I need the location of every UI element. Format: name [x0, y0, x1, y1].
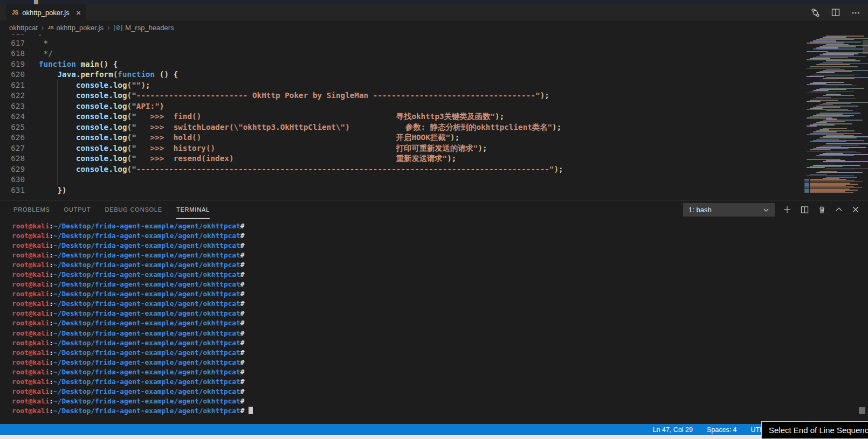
terminal-prompt-line: root@kali:~/Desktop/frida-agent-example/… [12, 270, 868, 280]
line-number[interactable]: 627 [0, 143, 25, 154]
chevron-right-icon: › [42, 23, 44, 32]
terminal-prompt-line: root@kali:~/Desktop/frida-agent-example/… [12, 358, 868, 367]
breadcrumb-file[interactable]: JS okhttp_poker.js [47, 24, 103, 32]
tab-output[interactable]: OUTPUT [64, 200, 91, 219]
line-number[interactable]: 620 [0, 69, 25, 80]
terminal-prompt-line: root@kali:~/Desktop/frida-agent-example/… [12, 367, 868, 377]
code-line[interactable]: 621 console.log(""); [0, 80, 868, 91]
panel-header: PROBLEMS OUTPUT DEBUG CONSOLE TERMINAL 1… [0, 200, 868, 219]
code-editor[interactable]: 616/*617 *618 */619function main() {620 … [0, 34, 868, 200]
editor-actions: ⋯ [811, 4, 860, 20]
code-line[interactable]: 620 Java.perform(function () { [0, 69, 868, 80]
minimap[interactable] [802, 34, 863, 196]
terminal-shell-select[interactable]: 1: bash [683, 203, 775, 217]
eol-sequence-tooltip: Select End of Line Sequence [761, 421, 868, 439]
terminal-prompt-line: root@kali:~/Desktop/frida-agent-example/… [12, 280, 868, 289]
tab-okhttp-poker-js[interactable]: JS okhttp_poker.js × [6, 4, 86, 20]
window-top-strip [0, 0, 868, 4]
code-line[interactable]: 619function main() { [0, 59, 868, 70]
line-number[interactable]: 629 [0, 164, 25, 175]
terminal-prompt-line: root@kali:~/Desktop/frida-agent-example/… [12, 348, 868, 358]
breadcrumb-label: M_rsp_headers [125, 24, 174, 32]
code-line[interactable]: 626 console.log(" >>> hold() 开启HOOK拦截"); [0, 133, 868, 143]
line-number[interactable]: 624 [0, 112, 25, 122]
chevron-right-icon: › [107, 23, 110, 32]
line-number[interactable]: 630 [0, 175, 25, 185]
title-bar-icon-fragment [36, 0, 38, 4]
code-lines: 616/*617 *618 */619function main() {620 … [0, 34, 868, 196]
terminal-prompt-line: root@kali:~/Desktop/frida-agent-example/… [12, 406, 868, 416]
line-number[interactable]: 631 [0, 185, 25, 196]
split-terminal-icon[interactable] [801, 206, 809, 214]
code-line[interactable]: 628 console.log(" >>> resend(index) 重新发送… [0, 154, 868, 164]
code-line[interactable]: 625 console.log(" >>> switchLoader(\"okh… [0, 122, 868, 133]
indent-guide [57, 90, 58, 101]
breadcrumb-symbol[interactable]: [⊘] M_rsp_headers [114, 24, 174, 32]
line-number[interactable]: 622 [0, 90, 25, 101]
code-line[interactable]: 624 console.log(" >>> find() 寻找okhttp3关键… [0, 112, 868, 122]
indent-guide [57, 101, 58, 112]
kill-terminal-trash-icon[interactable] [818, 206, 826, 214]
terminal-prompt-line: root@kali:~/Desktop/frida-agent-example/… [12, 289, 868, 299]
code-line[interactable]: 617 * [0, 38, 868, 49]
status-indentation[interactable]: Spaces: 4 [707, 426, 737, 434]
line-number[interactable]: 623 [0, 101, 25, 112]
status-line-col[interactable]: Ln 47, Col 29 [653, 426, 693, 434]
terminal-prompt-line: root@kali:~/Desktop/frida-agent-example/… [12, 329, 868, 338]
code-line[interactable]: 630 [0, 175, 868, 185]
bottom-edge-strip [0, 435, 868, 439]
open-changes-icon[interactable] [811, 8, 820, 17]
terminal-cursor [249, 407, 253, 414]
terminal-prompt-line: root@kali:~/Desktop/frida-agent-example/… [12, 221, 868, 231]
tab-debug-console[interactable]: DEBUG CONSOLE [105, 200, 162, 219]
new-terminal-icon[interactable] [783, 205, 791, 214]
terminal-prompt-line: root@kali:~/Desktop/frida-agent-example/… [12, 318, 868, 328]
terminal-prompt-line: root@kali:~/Desktop/frida-agent-example/… [12, 387, 868, 396]
symbol-method-icon: [⊘] [114, 24, 123, 31]
line-number[interactable]: 625 [0, 122, 25, 133]
code-line[interactable]: 627 console.log(" >>> history() 打印可重新发送的… [0, 143, 868, 154]
tab-terminal[interactable]: TERMINAL [176, 200, 210, 219]
split-editor-icon[interactable] [831, 8, 840, 17]
terminal-prompt-line: root@kali:~/Desktop/frida-agent-example/… [12, 260, 868, 270]
tab-problems[interactable]: PROBLEMS [13, 200, 50, 219]
line-number[interactable]: 628 [0, 154, 25, 164]
breadcrumb-label: okhttpcat [9, 24, 38, 32]
breadcrumb-folder[interactable]: okhttpcat [9, 24, 38, 32]
close-panel-icon[interactable] [852, 206, 859, 213]
indent-guide [57, 154, 58, 164]
terminal-prompt-line: root@kali:~/Desktop/frida-agent-example/… [12, 377, 868, 387]
terminal-prompt-line: root@kali:~/Desktop/frida-agent-example/… [12, 241, 868, 250]
line-number[interactable]: 619 [0, 59, 25, 70]
indent-guide [57, 175, 58, 185]
javascript-file-icon: JS [47, 25, 53, 30]
terminal-prompt-line: root@kali:~/Desktop/frida-agent-example/… [12, 309, 868, 318]
terminal-prompt-line: root@kali:~/Desktop/frida-agent-example/… [12, 299, 868, 309]
line-number[interactable]: 626 [0, 133, 25, 143]
terminal-prompt-line: root@kali:~/Desktop/frida-agent-example/… [12, 231, 868, 241]
bottom-panel: PROBLEMS OUTPUT DEBUG CONSOLE TERMINAL 1… [0, 200, 868, 424]
terminal-lines: root@kali:~/Desktop/frida-agent-example/… [12, 221, 868, 416]
close-tab-icon[interactable]: × [76, 9, 81, 17]
terminal[interactable]: root@kali:~/Desktop/frida-agent-example/… [0, 219, 868, 416]
line-number[interactable]: 621 [0, 80, 25, 91]
terminal-scrollbar-thumb[interactable] [859, 407, 865, 414]
editor-scrollbar-thumb[interactable] [863, 40, 868, 54]
code-line[interactable]: 622 console.log("-----------------------… [0, 90, 868, 101]
code-line[interactable]: 618 */ [0, 48, 868, 59]
indent-guide [57, 133, 58, 143]
editor-tab-bar: JS okhttp_poker.js × ⋯ [0, 4, 868, 20]
code-line[interactable]: 629 console.log("-----------------------… [0, 164, 868, 175]
line-number[interactable]: 618 [0, 48, 25, 59]
maximize-panel-chevron-up-icon[interactable] [835, 206, 843, 213]
vscode-window: JS okhttp_poker.js × ⋯ okhttpcat › JS [0, 0, 868, 439]
breadcrumb-label: okhttp_poker.js [56, 24, 103, 32]
chevron-down-icon [763, 207, 769, 213]
indent-guide [57, 112, 58, 122]
more-actions-icon[interactable]: ⋯ [851, 8, 860, 18]
code-line[interactable]: 623 console.log("API:") [0, 101, 868, 112]
indent-guide [57, 80, 58, 91]
panel-actions [783, 200, 859, 219]
code-line[interactable]: 631 }) [0, 185, 868, 196]
line-number[interactable]: 617 [0, 38, 25, 49]
